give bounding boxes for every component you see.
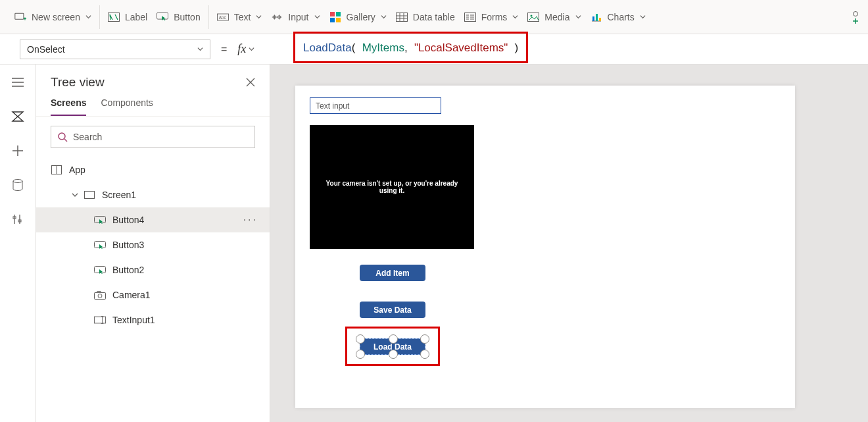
chevron-down-icon — [256, 14, 262, 20]
chevron-down-icon — [197, 46, 203, 52]
tree-item-screen1[interactable]: Screen1 — [36, 182, 270, 207]
gallery-label: Gallery — [347, 12, 375, 22]
button-icon — [94, 214, 106, 226]
media-label: Media — [544, 12, 569, 22]
tree-view-button[interactable] — [5, 107, 31, 126]
insert-button[interactable] — [5, 141, 31, 161]
charts-icon — [591, 11, 602, 23]
canvas-area: Text input Your camera isn't set up, or … — [270, 65, 868, 422]
close-icon[interactable] — [246, 78, 255, 87]
text-input-placeholder: Text input — [316, 101, 349, 111]
chevron-down-icon — [72, 192, 78, 198]
tree-item-app[interactable]: App — [36, 157, 270, 182]
label-button[interactable]: Label — [108, 11, 147, 23]
svg-text:Abc: Abc — [218, 14, 226, 19]
fx-button[interactable]: fx — [237, 42, 254, 56]
svg-rect-0 — [15, 13, 24, 19]
property-selector[interactable]: OnSelect — [20, 40, 210, 59]
svg-rect-10 — [336, 18, 341, 22]
label-control-label: Label — [125, 12, 147, 22]
camera-control[interactable]: Your camera isn't set up, or you're alre… — [310, 125, 474, 249]
forms-label: Forms — [481, 12, 508, 22]
top-ribbon: New screen Label Button Abc Text — [0, 0, 868, 34]
chevron-down-icon — [512, 14, 518, 20]
svg-rect-9 — [330, 18, 335, 22]
svg-rect-11 — [396, 13, 407, 21]
button-control-button[interactable]: Button — [157, 11, 200, 23]
tab-components[interactable]: Components — [101, 97, 153, 116]
svg-rect-7 — [330, 12, 335, 16]
button-icon — [94, 239, 106, 251]
media-dropdown[interactable]: Media — [527, 11, 581, 23]
gallery-dropdown[interactable]: Gallery — [329, 11, 387, 23]
svg-point-14 — [531, 14, 533, 16]
button-control-label: Button — [174, 12, 200, 22]
more-options-icon[interactable]: ··· — [243, 214, 258, 226]
tree-item-camera1[interactable]: Camera1 — [36, 282, 270, 307]
camera-message: Your camera isn't set up, or you're alre… — [319, 180, 465, 194]
svg-rect-24 — [85, 192, 95, 199]
search-placeholder: Search — [73, 132, 102, 142]
svg-rect-31 — [94, 317, 105, 323]
svg-rect-29 — [97, 291, 101, 292]
tree-item-button3[interactable]: Button3 — [36, 232, 270, 257]
tree-tabs: Screens Components — [36, 93, 270, 117]
camera-icon — [94, 289, 106, 301]
chevron-down-icon — [381, 14, 387, 20]
ribbon-overflow[interactable] — [851, 11, 861, 24]
forms-dropdown[interactable]: Forms — [464, 11, 519, 23]
forms-icon — [464, 11, 476, 23]
tree-item-button2[interactable]: Button2 — [36, 257, 270, 282]
selected-property: OnSelect — [27, 44, 65, 55]
text-dropdown[interactable]: Abc Text — [217, 11, 262, 23]
svg-rect-15 — [592, 16, 594, 21]
charts-dropdown[interactable]: Charts — [591, 11, 646, 23]
tree-item-label: Camera1 — [112, 290, 151, 300]
new-screen-label: New screen — [32, 12, 80, 22]
app-canvas[interactable]: Text input Your camera isn't set up, or … — [295, 86, 795, 408]
tree-item-button4[interactable]: Button4 ··· — [36, 207, 270, 232]
svg-rect-16 — [596, 14, 598, 21]
svg-point-30 — [98, 294, 102, 298]
tab-screens[interactable]: Screens — [51, 97, 86, 116]
app-icon — [51, 164, 62, 176]
text-input-control[interactable]: Text input — [310, 97, 441, 114]
tree-search-input[interactable]: Search — [51, 126, 255, 148]
gallery-icon — [329, 11, 341, 23]
input-icon — [271, 11, 283, 23]
tree-item-textinput1[interactable]: TextInput1 — [36, 307, 270, 332]
tree-view-panel: Tree view Screens Components Search App … — [36, 65, 270, 422]
input-label: Input — [288, 12, 308, 22]
save-data-button[interactable]: Save Data — [360, 302, 425, 318]
tree-item-label: App — [69, 165, 85, 175]
tree-item-label: Screen1 — [102, 190, 136, 200]
tree-item-label: Button4 — [112, 215, 144, 225]
button-icon — [94, 264, 106, 276]
main-area: Tree view Screens Components Search App … — [0, 65, 868, 422]
chevron-down-icon — [575, 14, 581, 20]
data-table-button[interactable]: Data table — [396, 11, 455, 23]
search-icon — [58, 132, 68, 142]
button-icon — [157, 11, 168, 23]
chevron-down-icon — [249, 46, 254, 52]
formula-bar: OnSelect = fx LoadData( MyItems, "LocalS… — [0, 34, 868, 65]
tools-button[interactable] — [5, 209, 31, 229]
textinput-icon — [94, 314, 106, 326]
new-screen-button[interactable]: New screen — [14, 11, 91, 23]
data-button[interactable] — [5, 175, 31, 195]
formula-highlight-box: LoadData( MyItems, "LocalSavedItems" ) — [293, 32, 528, 63]
add-item-label: Add Item — [375, 269, 409, 278]
add-item-button[interactable]: Add Item — [360, 265, 425, 281]
chevron-down-icon — [314, 14, 320, 20]
formula-input[interactable]: LoadData( MyItems, "LocalSavedItems" ) — [303, 41, 518, 55]
save-data-label: Save Data — [374, 305, 411, 315]
tree-view-title: Tree view — [51, 75, 105, 90]
chevron-down-icon — [640, 14, 646, 20]
tree-item-label: Button3 — [112, 240, 144, 250]
text-icon: Abc — [217, 11, 229, 23]
text-label: Text — [234, 12, 251, 22]
hamburger-button[interactable] — [5, 72, 31, 92]
left-rail — [0, 65, 36, 422]
data-table-label: Data table — [413, 12, 455, 22]
input-dropdown[interactable]: Input — [271, 11, 320, 23]
